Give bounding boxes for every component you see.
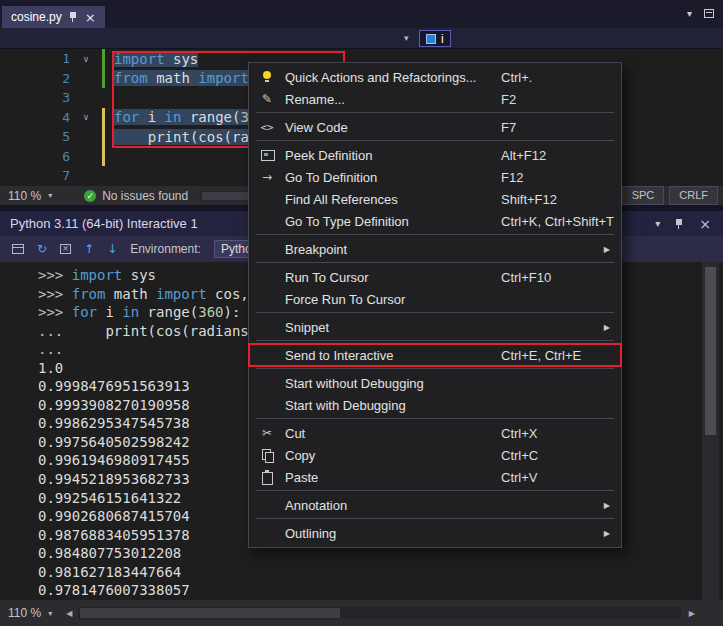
menu-item-label: Go To Type Definition: [285, 214, 409, 229]
repl-line: 0.981627183447664: [38, 563, 700, 582]
menu-item-copy[interactable]: CopyCtrl+C: [249, 444, 621, 466]
peek-icon: [258, 147, 276, 163]
intellisense-icon: [426, 34, 436, 44]
menu-separator: [256, 234, 614, 235]
line-number[interactable]: 2: [0, 71, 70, 86]
menu-item-label: Quick Actions and Refactorings...: [285, 70, 476, 85]
interactive-vertical-scrollbar[interactable]: [702, 262, 719, 600]
editor-zoom-control[interactable]: 110 % ▾: [0, 186, 60, 205]
menu-item-label: Rename...: [285, 92, 345, 107]
view-code-icon: [258, 119, 276, 135]
context-menu: Quick Actions and Refactorings...Ctrl+.R…: [248, 62, 622, 548]
menu-separator: [256, 340, 614, 341]
open-files-chevron-icon[interactable]: ▾: [687, 8, 692, 19]
environment-value: Pytho: [221, 242, 252, 256]
menu-item-shortcut: Ctrl+X: [501, 426, 537, 441]
menu-item-label: Start without Debugging: [285, 376, 424, 391]
line-number[interactable]: 6: [0, 149, 70, 164]
menu-item-shortcut: Ctrl+.: [501, 70, 532, 85]
history-previous-icon[interactable]: ↑: [84, 242, 94, 256]
visual-studio-window: cosine.py × ▾ ▾ i 1∨import sys2from math…: [0, 0, 723, 626]
fold-chevron-icon[interactable]: ∨: [70, 54, 102, 64]
close-icon[interactable]: ×: [85, 11, 96, 24]
menu-item-go-to-definition[interactable]: Go To DefinitionF12: [249, 166, 621, 188]
menu-item-label: Peek Definition: [285, 148, 372, 163]
fold-chevron-icon[interactable]: ∨: [70, 112, 102, 122]
window-list-icon[interactable]: [704, 9, 714, 18]
editor-search-box[interactable]: i: [419, 30, 451, 47]
change-tracking-bar: [102, 88, 105, 108]
menu-item-force-run-to-cursor[interactable]: Force Run To Cursor: [249, 288, 621, 310]
scroll-right-icon[interactable]: ▶: [683, 609, 701, 618]
menu-item-shortcut: Ctrl+K, Ctrl+Shift+T: [501, 214, 614, 229]
line-number[interactable]: 4: [0, 110, 70, 125]
pin-icon[interactable]: [69, 11, 78, 23]
line-ending-indicator[interactable]: CRLF: [669, 186, 718, 205]
menu-item-paste[interactable]: PasteCtrl+V: [249, 466, 621, 488]
menu-item-view-code[interactable]: View CodeF7: [249, 116, 621, 138]
scrollbar-thumb[interactable]: [705, 267, 716, 435]
menu-item-label: Breakpoint: [285, 242, 347, 257]
close-icon[interactable]: ×: [699, 217, 711, 231]
menu-item-shortcut: Ctrl+E, Ctrl+E: [501, 348, 581, 363]
scrollbar-corner: [701, 600, 723, 626]
search-value: i: [441, 32, 444, 46]
change-tracking-bar: [102, 166, 105, 186]
menu-item-rename[interactable]: Rename...F2: [249, 88, 621, 110]
menu-item-snippet[interactable]: Snippet▶: [249, 316, 621, 338]
repl-line: 0.9781476007338057: [38, 581, 700, 600]
menu-item-annotation[interactable]: Annotation▶: [249, 494, 621, 516]
pin-icon[interactable]: [675, 218, 684, 230]
code-text[interactable]: import sys: [114, 51, 198, 67]
history-next-icon[interactable]: ↓: [107, 242, 117, 256]
menu-item-breakpoint[interactable]: Breakpoint▶: [249, 238, 621, 260]
menu-separator: [256, 262, 614, 263]
line-number[interactable]: 7: [0, 168, 70, 183]
interactive-window-icon[interactable]: [12, 244, 24, 254]
interactive-horizontal-scrollbar[interactable]: [78, 607, 681, 619]
scrollbar-thumb[interactable]: [80, 608, 340, 618]
interactive-zoom-control[interactable]: 110 % ▾: [0, 600, 60, 626]
menu-item-outlining[interactable]: Outlining▶: [249, 522, 621, 544]
menu-item-run-to-cursor[interactable]: Run To CursorCtrl+F10: [249, 266, 621, 288]
menu-item-quick-actions-and-refactorings[interactable]: Quick Actions and Refactorings...Ctrl+.: [249, 66, 621, 88]
menu-item-shortcut: F2: [501, 92, 516, 107]
menu-item-start-without-debugging[interactable]: Start without Debugging: [249, 372, 621, 394]
reset-icon[interactable]: ↻: [37, 242, 47, 256]
chevron-down-icon[interactable]: ▾: [404, 33, 409, 43]
menu-item-label: Send to Interactive: [285, 348, 393, 363]
menu-item-go-to-type-definition[interactable]: Go To Type DefinitionCtrl+K, Ctrl+Shift+…: [249, 210, 621, 232]
change-tracking-bar: [102, 69, 105, 89]
submenu-arrow-icon: ▶: [604, 245, 610, 254]
change-tracking-bar: [102, 147, 105, 167]
chevron-down-icon: ▾: [48, 609, 52, 618]
menu-separator: [256, 312, 614, 313]
menu-item-find-all-references[interactable]: Find All ReferencesShift+F12: [249, 188, 621, 210]
menu-item-shortcut: Ctrl+V: [501, 470, 537, 485]
menu-item-label: Force Run To Cursor: [285, 292, 405, 307]
menu-separator: [256, 490, 614, 491]
scroll-left-icon[interactable]: ◀: [60, 609, 78, 618]
menu-item-label: Find All References: [285, 192, 398, 207]
chevron-down-icon[interactable]: ▾: [655, 218, 660, 229]
menu-item-send-to-interactive[interactable]: Send to InteractiveCtrl+E, Ctrl+E: [249, 344, 621, 366]
menu-item-cut[interactable]: CutCtrl+X: [249, 422, 621, 444]
goto-icon: [258, 169, 276, 185]
line-number[interactable]: 5: [0, 129, 70, 144]
tab-strip: cosine.py × ▾: [0, 0, 723, 28]
menu-item-shortcut: F12: [501, 170, 523, 185]
tab-cosine-py[interactable]: cosine.py ×: [2, 6, 105, 28]
submenu-arrow-icon: ▶: [604, 323, 610, 332]
menu-item-label: Go To Definition: [285, 170, 377, 185]
submenu-arrow-icon: ▶: [604, 501, 610, 510]
line-number[interactable]: 3: [0, 90, 70, 105]
space-indicator[interactable]: SPC: [622, 186, 665, 205]
menu-separator: [256, 518, 614, 519]
change-tracking-bar: [102, 127, 105, 147]
menu-item-peek-definition[interactable]: Peek DefinitionAlt+F12: [249, 144, 621, 166]
rename-icon: [258, 91, 276, 107]
clear-screen-icon[interactable]: ×: [60, 244, 71, 254]
menu-item-label: Paste: [285, 470, 318, 485]
menu-item-start-with-debugging[interactable]: Start with Debugging: [249, 394, 621, 416]
line-number[interactable]: 1: [0, 51, 70, 66]
